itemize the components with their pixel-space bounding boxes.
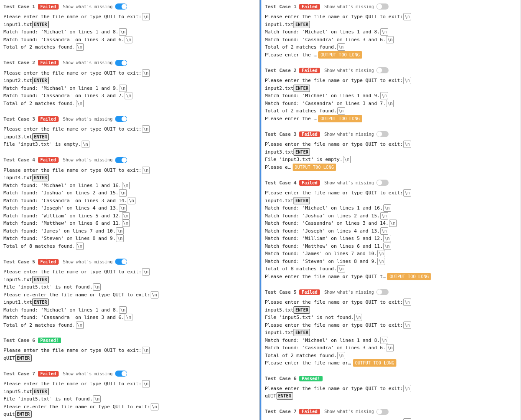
truncated-line: Please enter the …OUTPUT TOO LONG [265, 51, 517, 59]
enter-key: ENTER [32, 388, 49, 395]
enter-key: ENTER [293, 85, 310, 92]
toggle-switch[interactable] [376, 3, 389, 10]
newline-tag: \n [377, 258, 385, 265]
toggle-switch[interactable] [115, 157, 127, 163]
toggle-switch[interactable] [115, 259, 127, 265]
test-header-7: Test Case 7 Failed Show what's missing [265, 409, 517, 415]
input-line: input5.txtENTER [265, 306, 517, 314]
newline-tag: \n [93, 395, 101, 403]
output-line: Match found: 'Cassandra' on lines 3 and … [3, 197, 256, 205]
newline-tag: \n [125, 92, 132, 99]
toggle-switch[interactable] [115, 3, 127, 10]
prompt-line: Please enter the file name or type QUIT … [3, 13, 256, 21]
input-line: input1.txtENTER [3, 21, 256, 29]
prompt-line: Please enter the file name or type QUIT … [265, 322, 517, 329]
test-label-3: Test Case 3 [265, 131, 297, 137]
truncated-line: Please enter the file name or type QUIT … [265, 273, 517, 281]
truncated-line: Please e…OUTPUT TOO LONG [265, 164, 517, 171]
test-header-7: Test Case 7 Failed Show what's missing [3, 371, 256, 377]
truncated-line: Please enter the …OUTPUT TOO LONG [265, 115, 517, 123]
newline-tag: \n [403, 77, 411, 84]
output-line: File 'input3.txt' is empty.\n [265, 156, 517, 164]
newline-tag: \n [142, 125, 150, 133]
newline-tag: \n [386, 344, 394, 351]
show-missing-label: Show what's missing [63, 158, 112, 162]
toggle-switch[interactable] [376, 131, 389, 137]
test-case-2: Test Case 2 Failed Show what's missing P… [265, 67, 517, 122]
enter-key: ENTER [293, 148, 310, 156]
output-line: Match found: 'Cassandra' on lines 3 and … [265, 344, 517, 352]
output-line: Match found: 'Michael' on lines 1 and 8.… [265, 337, 517, 345]
newline-tag: \n [380, 28, 388, 36]
output-too-long-badge: OUTPUT TOO LONG [318, 51, 362, 59]
status-badge-2: Failed [299, 68, 320, 73]
newline-tag: \n [76, 43, 84, 51]
test-header-5: Test Case 5 Failed Show what's missing [265, 289, 517, 295]
show-missing-label: Show what's missing [324, 409, 374, 414]
newline-tag: \n [337, 352, 345, 359]
test-label-7: Test Case 7 [265, 409, 297, 414]
truncated-line: Please enter the file name or…OUTPUT TOO… [265, 359, 517, 367]
newline-tag: \n [76, 100, 84, 107]
newline-tag: \n [377, 250, 385, 257]
output-block-6: Please enter the file name or type QUIT … [3, 347, 256, 362]
output-line: Total of 2 matches found.\n [265, 43, 517, 51]
newline-tag: \n [122, 212, 130, 220]
newline-tag: \n [119, 189, 127, 197]
output-line: File 'input3.txt' is empty.\n [3, 141, 256, 148]
prompt-line: Please enter the file name or type QUIT … [265, 189, 517, 197]
newline-tag: \n [128, 197, 135, 204]
output-line: Total of 2 matches found.\n [265, 352, 517, 360]
test-label-4: Test Case 4 [3, 157, 35, 163]
output-line: Match found: 'Cassandra' on lines 3 and … [265, 220, 517, 227]
test-case-4: Test Case 4 Failed Show what's missing P… [265, 180, 517, 280]
test-case-7: Test Case 7 Failed Show what's missing P… [265, 409, 517, 420]
show-missing-label: Show what's missing [63, 117, 112, 121]
input-line: input5.txtENTER [3, 276, 256, 284]
newline-tag: \n [403, 141, 411, 148]
newline-tag: \n [380, 227, 388, 235]
newline-tag: \n [116, 227, 124, 235]
toggle-knob [122, 371, 127, 376]
test-case-1: Test Case 1 Failed Show what's missing P… [265, 3, 517, 59]
output-line: Match found: 'William' on lines 5 and 12… [265, 235, 517, 243]
toggle-knob [377, 4, 382, 9]
output-line: Match found: 'Cassandra' on lines 3 and … [3, 92, 256, 100]
input-line: qUITENTER [3, 354, 256, 362]
toggle-knob [377, 409, 382, 414]
newline-tag: \n [386, 36, 394, 43]
newline-tag: \n [403, 13, 411, 20]
newline-tag: \n [403, 385, 411, 392]
input-line: input1.txtENTER [3, 299, 256, 306]
output-too-long-badge: OUTPUT TOO LONG [387, 273, 431, 280]
toggle-switch[interactable] [376, 67, 389, 73]
toggle-switch[interactable] [376, 180, 389, 186]
output-block-7: Please enter the file name or type QUIT … [265, 418, 517, 420]
show-missing-label: Show what's missing [63, 4, 112, 9]
toggle-switch[interactable] [376, 409, 389, 415]
toggle-switch[interactable] [376, 289, 389, 295]
output-block-7: Please enter the file name or type QUIT … [3, 380, 256, 418]
output-line: Match found: 'Cassandra' on lines 3 and … [265, 100, 517, 108]
toggle-switch[interactable] [115, 371, 127, 377]
toggle-switch[interactable] [115, 60, 127, 66]
status-badge-2: Failed [38, 60, 59, 66]
test-header-2: Test Case 2 Failed Show what's missing [3, 60, 256, 66]
prompt-line: Please enter the file name or type QUIT … [3, 268, 256, 276]
output-block-2: Please enter the file name or type QUIT … [3, 69, 256, 108]
left-panel: Test Case 1 Failed Show what's missing P… [0, 0, 260, 420]
test-header-6: Test Case 6 Passed! [265, 376, 517, 381]
toggle-switch[interactable] [115, 116, 127, 122]
test-label-5: Test Case 5 [265, 289, 297, 295]
output-line: Total of 8 matches found.\n [3, 243, 256, 250]
enter-key: ENTER [15, 410, 32, 418]
newline-tag: \n [354, 314, 362, 321]
test-label-4: Test Case 4 [265, 180, 297, 186]
enter-key: ENTER [32, 21, 49, 28]
status-badge-6: Passed! [38, 338, 61, 343]
newline-tag: \n [82, 141, 89, 148]
output-block-5: Please enter the file name or type QUIT … [265, 299, 517, 367]
output-line: Match found: 'Matthew' on lines 6 and 11… [3, 220, 256, 227]
output-line: Match found: 'Steven' on lines 8 and 9.\… [265, 258, 517, 266]
newline-tag: \n [142, 347, 150, 354]
